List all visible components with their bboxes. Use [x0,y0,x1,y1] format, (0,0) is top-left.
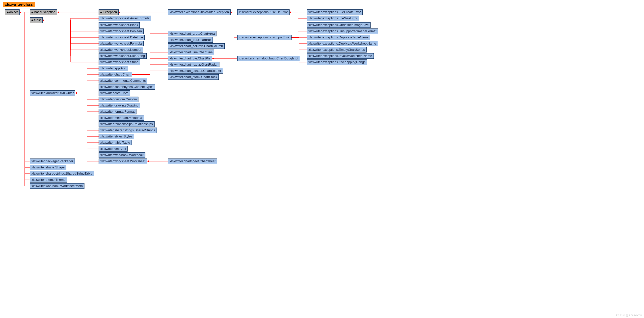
class-node-label: xlsxwriter.exceptions.UnsupportedImageFo… [308,29,376,33]
inheritance-edge [132,74,168,77]
class-node-exception: ◆Exception [98,10,119,15]
class-node-label: xlsxwriter.theme.Theme [32,178,66,182]
class-node-xml_core: xlsxwriter.core.Core [98,90,130,96]
class-node-baseexc: ◆BaseException [30,10,57,15]
inheritance-edge [75,93,98,130]
inheritance-edge [20,12,30,162]
class-node-xml_contenttypes: xlsxwriter.contenttypes.ContentTypes [98,84,155,90]
class-node-label: xlsxwriter.chart_line.ChartLine [170,50,212,54]
class-node-xml_format: xlsxwriter.format.Format [98,109,136,114]
inheritance-edge [20,12,30,20]
inheritance-edge [75,93,98,161]
inheritance-edge [75,93,98,149]
class-node-label: xlsxwriter.exceptions.XlsxFileError [239,10,288,14]
class-node-xml_metadata: xlsxwriter.metadata.Metadata [98,115,144,120]
class-node-label: xlsxwriter.worksheet.Datetime [100,36,143,39]
class-node-duptblname: xlsxwriter.exceptions.DuplicateTableName [307,35,370,40]
inheritance-edge [75,87,98,93]
class-node-label: xlsxwriter.custom.Custom [100,97,137,101]
class-node-chart_pie: xlsxwriter.chart_pie.ChartPie [168,56,212,61]
inheritance-edge [75,93,98,155]
class-node-label: BaseException [34,10,56,14]
class-node-xml_styles: xlsxwriter.styles.Styles [98,134,134,139]
class-node-xlsxinputerr: xlsxwriter.exceptions.XlsxInputError [237,35,292,40]
class-node-filesizeerr: xlsxwriter.exceptions.FileSizeError [307,16,359,21]
inheritance-edge [132,71,168,74]
class-node-ws_number: xlsxwriter.worksheet.Number [98,47,143,52]
class-node-xml_app: xlsxwriter.app.App [98,66,128,71]
class-node-xlsxwriterexc: xlsxwriter.exceptions.XlsxWriterExceptio… [168,10,230,15]
class-node-label: xlsxwriter.worksheet.String [100,60,138,64]
class-node-chart_bar: xlsxwriter.chart_bar.ChartBar [168,37,213,42]
class-node-label: xlsxwriter.packager.Packager [32,159,73,163]
class-node-xml_custom: xlsxwriter.custom.Custom [98,96,138,102]
inheritance-edge [292,38,307,56]
inheritance-edge [292,38,307,44]
class-node-label: xlsxwriter.chart_bar.ChartBar [170,38,211,42]
class-node-label: xlsxwriter.chart.Chart [100,72,130,76]
class-node-xml_worksheet: xlsxwriter.worksheet.Worksheet [98,158,147,164]
class-node-label: xlsxwriter.worksheet.Boolean [100,29,142,33]
class-node-label: xlsxwriter.drawing.Drawing [100,104,138,107]
class-node-chart_column: xlsxwriter.chart_column.ChartColumn [168,43,225,49]
class-node-ws_arrayformula: xlsxwriter.worksheet.ArrayFormula [98,16,151,21]
class-node-label: xlsxwriter.exceptions.FileCreateError [308,10,361,14]
class-node-filecreateerr: xlsxwriter.exceptions.FileCreateError [307,10,362,15]
inheritance-edge [290,12,307,25]
class-node-label: xlsxwriter.exceptions.OverlappingRange [308,60,366,64]
class-node-dupwsname: xlsxwriter.exceptions.DuplicateWorksheet… [307,41,378,46]
inheritance-edge [20,12,30,93]
class-node-label: xlsxwriter.worksheet.Formula [100,42,142,45]
inheritance-edge [75,93,98,112]
class-node-ws_boolean: xlsxwriter.worksheet.Boolean [98,28,144,34]
class-node-chart_doughnut: xlsxwriter.chart_doughnut.ChartDoughnut [237,56,300,61]
class-node-object: ◆object [5,10,20,15]
class-node-label: xlsxwriter.sharedstrings.SharedStringTab… [32,172,92,175]
class-node-xml_workbook: xlsxwriter.workbook.Workbook [98,152,146,158]
class-node-tuple: ◆tuple [30,17,42,23]
class-node-label: xlsxwriter.chart_radar.ChartRadar [170,63,218,66]
class-node-ws_formula: xlsxwriter.worksheet.Formula [98,41,144,46]
class-node-label: object [9,10,18,14]
inheritance-edge [42,20,98,50]
class-node-label: xlsxwriter.worksheet.RichString [100,54,145,58]
inheritance-edge [20,12,30,174]
class-node-label: xlsxwriter.exceptions.UndefinedImageSize [308,23,369,27]
diamond-icon: ◆ [32,18,34,22]
inheritance-edge [42,20,98,62]
class-node-chart_area: xlsxwriter.chart_area.ChartArea [168,31,216,36]
class-node-label: xlsxwriter.exceptions.FileSizeError [308,16,358,20]
class-node-ws_datetime: xlsxwriter.worksheet.Datetime [98,35,145,40]
class-node-label: xlsxwriter.sharedstrings.SharedStrings [100,128,155,132]
class-node-chart_stock: xlsxwriter.chart_stock.ChartStock [168,74,219,80]
class-node-label: xlsxwriter.exceptions.InvalidWorksheetNa… [308,54,372,58]
class-node-xml_drawing: xlsxwriter.drawing.Drawing [98,103,140,108]
diamond-icon: ◆ [7,10,9,14]
inheritance-edge [75,93,98,143]
class-node-xml_chart: xlsxwriter.chart.Chart [98,72,132,77]
class-node-label: xlsxwriter.shape.Shape [32,166,65,169]
class-node-chart_radar: xlsxwriter.chart_radar.ChartRadar [168,62,220,67]
class-node-label: xlsxwriter.core.Core [100,91,128,95]
class-node-label: tuple [34,18,41,22]
inheritance-edge [42,20,98,56]
class-node-wsmeta: xlsxwriter.workbook.WorksheetMeta [30,183,84,189]
class-node-label: xlsxwriter.chart_scatter.ChartScatter [170,69,221,72]
inheritance-edge [75,81,98,93]
class-node-label: xlsxwriter.comments.Comments [100,79,146,82]
class-node-xmlwriter: xlsxwriter.xmlwriter.XMLwriter [30,90,75,96]
class-node-label: Exception [103,10,117,14]
class-node-ws_blank: xlsxwriter.worksheet.Blank [98,22,140,28]
class-node-xml_comments: xlsxwriter.comments.Comments [98,78,148,84]
class-node-ovrange: xlsxwriter.exceptions.OverlappingRange [307,60,367,65]
class-node-shape: xlsxwriter.shape.Shape [30,165,66,170]
class-node-ws_richstring: xlsxwriter.worksheet.RichString [98,53,147,59]
inheritance-edge [132,65,168,74]
class-node-label: xlsxwriter.exceptions.EmptyChartSeries [308,48,365,52]
class-node-label: xlsxwriter.xmlwriter.XMLwriter [32,91,74,95]
class-node-ws_string: xlsxwriter.worksheet.String [98,60,140,65]
inheritance-edge [75,68,98,93]
class-node-label: xlsxwriter.chartsheet.Chartsheet [170,159,216,163]
class-node-invwsname: xlsxwriter.exceptions.InvalidWorksheetNa… [307,53,374,59]
class-node-sst: xlsxwriter.sharedstrings.SharedStringTab… [30,171,94,176]
